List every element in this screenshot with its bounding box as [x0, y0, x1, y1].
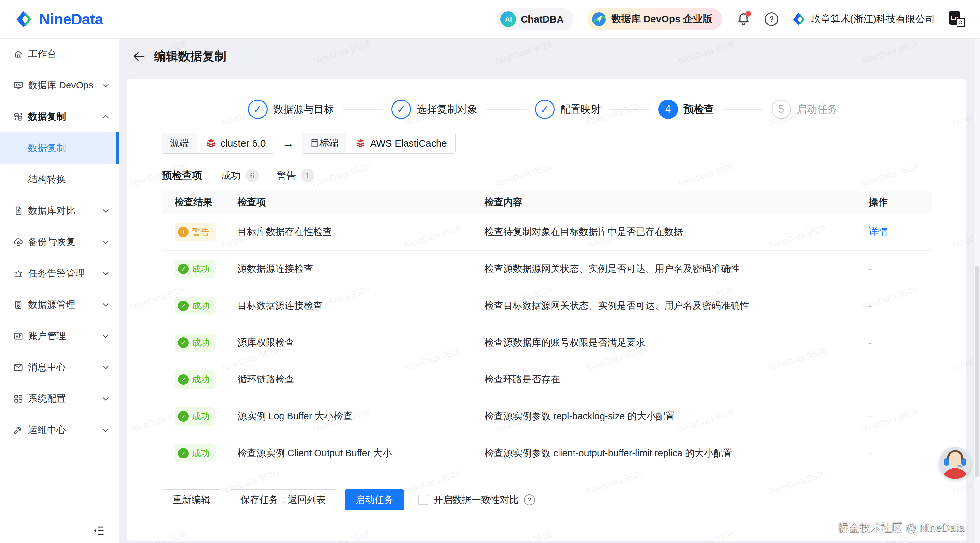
translate-cn-icon: 文: [956, 18, 965, 27]
check-item-name: 源库权限检查: [225, 336, 472, 349]
sidebar-item-message-center[interactable]: 消息中心: [0, 352, 119, 383]
success-filter[interactable]: 成功 6: [221, 169, 259, 182]
chevron-down-icon: [101, 269, 111, 279]
notifications-button[interactable]: [736, 12, 751, 27]
customer-service-avatar[interactable]: [939, 447, 971, 479]
sidebar-item-label: 备份与恢复: [28, 236, 101, 248]
table-row: ✓成功循环链路检查检查环路是否存在-: [162, 361, 932, 398]
sidebar-item-backup-restore[interactable]: 备份与恢复: [0, 226, 119, 258]
sidebar-item-label: 数据库对比: [28, 204, 101, 217]
sidebar-item-label: 数据复制: [28, 142, 111, 154]
check-icon: ✓: [178, 448, 189, 459]
step-label: 数据源与目标: [274, 102, 334, 116]
status-text: 警告: [192, 226, 210, 238]
page-head: 编辑数据复制: [132, 48, 226, 65]
sidebar-item-database-devops[interactable]: SQL数据库 DevOps: [0, 70, 119, 101]
no-action: -: [869, 301, 872, 311]
step-check-icon: ✓: [248, 100, 267, 119]
status-badge-success: ✓成功: [175, 444, 216, 462]
help-button[interactable]: ?: [765, 13, 778, 26]
table-row: ✓成功源实例 Log Buffer 大小检查检查源实例参数 repl-backl…: [162, 398, 932, 435]
sidebar-item-label: 数据复制: [28, 110, 101, 123]
check-item-content: 检查源数据库的账号权限是否满足要求: [472, 336, 856, 349]
target-label: 目标端: [302, 133, 347, 153]
warning-filter[interactable]: 警告 1: [277, 169, 315, 182]
sidebar-item-schema-conversion[interactable]: 结构转换: [0, 164, 119, 195]
step-2[interactable]: ✓选择复制对象: [391, 100, 486, 119]
start-task-button[interactable]: 启动任务: [345, 489, 404, 510]
check-item-content: 检查待复制对象在目标数据库中是否已存在数据: [472, 226, 856, 239]
table-row: ✓成功源数据源连接检查检查源数据源网关状态、实例是否可达、用户名及密码准确性-: [162, 251, 932, 288]
scrollbar-thumb[interactable]: [975, 266, 979, 478]
check-icon: ✓: [178, 264, 189, 274]
account-icon: [12, 330, 25, 342]
success-filter-label: 成功: [221, 169, 241, 182]
sidebar-item-data-replication[interactable]: 数据复制: [0, 101, 119, 132]
check-item-content: 检查环路是否存在: [472, 373, 856, 386]
check-item-name: 目标数据源连接检查: [225, 299, 472, 312]
step-label: 配置映射: [560, 102, 601, 116]
detail-link[interactable]: 详情: [869, 226, 888, 237]
precheck-summary: 预检查项 成功 6 警告 1: [162, 169, 966, 182]
consistency-label[interactable]: 开启数据一致性对比: [434, 494, 519, 506]
sidebar-item-task-alert[interactable]: 任务告警管理: [0, 258, 119, 289]
success-count-badge: 6: [245, 169, 259, 182]
chatdba-ai-icon: AI: [500, 11, 516, 27]
header-actions: AI ChatDBA 数据库 DevOps 企业版 ? 玖章算术(浙江)科技有限…: [496, 8, 965, 30]
sidebar-item-datasource-management[interactable]: 数据源管理: [0, 289, 119, 320]
step-connector: [486, 109, 527, 110]
sidebar-item-label: 任务告警管理: [28, 267, 101, 280]
redis-icon: [205, 138, 216, 149]
consistency-help-icon[interactable]: ?: [524, 494, 535, 505]
chevron-down-icon: [101, 394, 111, 404]
scrollbar-track[interactable]: [974, 38, 980, 543]
source-value: cluster 6.0: [197, 133, 274, 153]
back-button[interactable]: [132, 49, 146, 64]
sidebar-item-workbench[interactable]: 工作台: [0, 38, 119, 70]
chevron-up-icon: [101, 112, 111, 122]
chevron-down-icon: [101, 237, 111, 247]
top-header: NineData AI ChatDBA 数据库 DevOps 企业版 ? 玖章算…: [0, 0, 980, 38]
precheck-card: ✓数据源与目标✓选择复制对象✓配置映射4预检查5启动任务 源端 cluster …: [127, 79, 966, 541]
consistency-checkbox[interactable]: [418, 495, 428, 505]
table-row: ✓成功目标数据源连接检查检查目标数据源网关状态、实例是否可达、用户名及密码准确性…: [162, 288, 932, 324]
collapse-sidebar-button[interactable]: [92, 524, 105, 537]
chatdba-button[interactable]: AI ChatDBA: [496, 8, 574, 30]
step-5[interactable]: 5启动任务: [772, 100, 846, 119]
brand[interactable]: NineData: [15, 10, 103, 29]
step-1[interactable]: ✓数据源与目标: [248, 100, 342, 119]
check-icon: ✓: [178, 411, 189, 422]
svg-text:SQL: SQL: [16, 84, 21, 86]
sidebar-footer: [0, 518, 119, 543]
step-connector: [609, 109, 650, 110]
chevron-down-icon: [101, 425, 111, 435]
no-action: -: [869, 264, 872, 274]
chatdba-label: ChatDBA: [521, 14, 564, 25]
save-return-button[interactable]: 保存任务，返回列表: [230, 489, 336, 510]
step-4[interactable]: 4预检查: [658, 100, 722, 119]
check-item-name: 检查源实例 Client Output Buffer 大小: [225, 447, 472, 460]
sidebar-item-database-compare[interactable]: 数据库对比: [0, 195, 119, 226]
datasource-icon: [12, 298, 25, 311]
avatar-face: [949, 452, 961, 466]
question-icon: ?: [769, 15, 774, 24]
table-row: ✓成功源库权限检查检查源数据库的账号权限是否满足要求-: [162, 324, 932, 361]
status-badge-warning: !警告: [175, 223, 216, 241]
redis-icon: [355, 138, 366, 149]
sidebar-item-system-config[interactable]: 系统配置: [0, 383, 119, 414]
step-3[interactable]: ✓配置映射: [535, 100, 609, 119]
chevron-down-icon: [101, 206, 111, 216]
sidebar-item-ops-center[interactable]: 运维中心: [0, 414, 119, 446]
translate-button[interactable]: En 文: [949, 11, 965, 27]
edition-pill[interactable]: 数据库 DevOps 企业版: [587, 8, 722, 30]
status-badge-success: ✓成功: [175, 297, 216, 315]
account-menu[interactable]: 玖章算术(浙江)科技有限公司: [792, 12, 935, 26]
status-badge-success: ✓成功: [175, 333, 216, 352]
warning-count-badge: 1: [301, 169, 315, 182]
check-icon: ✓: [178, 374, 189, 385]
sidebar-item-data-replication-sub[interactable]: 数据复制: [0, 132, 119, 164]
re-edit-button[interactable]: 重新编辑: [162, 489, 221, 510]
no-action: -: [869, 411, 872, 422]
alarm-icon: [12, 267, 25, 280]
sidebar-item-account-management[interactable]: 账户管理: [0, 320, 119, 352]
